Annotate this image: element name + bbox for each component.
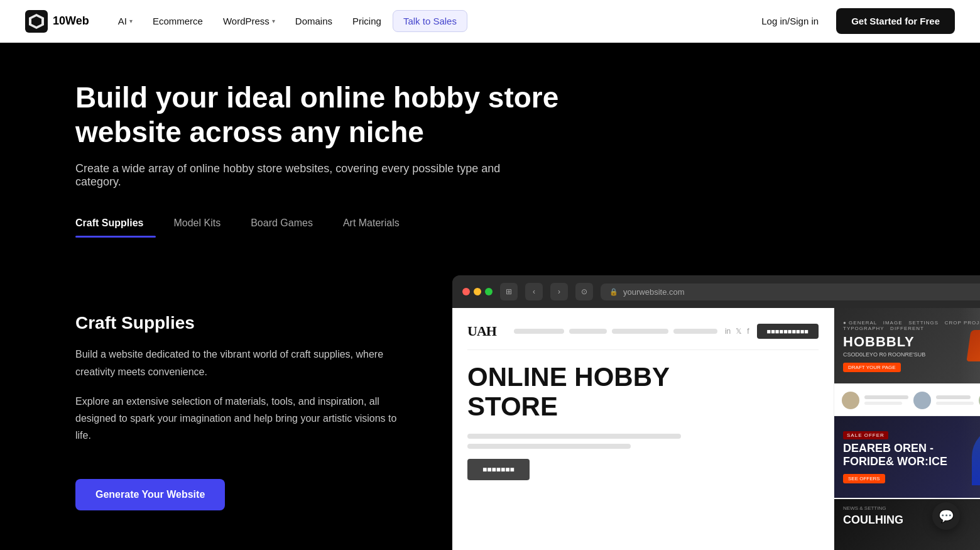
avatar-2: [913, 392, 931, 409]
preview-nav-lines: [514, 329, 717, 334]
preview-nav-cta: ■■■■■■■■■■: [757, 324, 819, 339]
deareb-badge: SALE OFFER: [843, 431, 888, 439]
maximize-dot: [485, 288, 493, 295]
section-desc-1: Build a website dedicated to the vibrant…: [75, 346, 402, 380]
preview-main: UAH in 𝕏 f: [452, 308, 834, 550]
user-sub-1: [864, 402, 902, 405]
facebook-icon: f: [747, 327, 749, 336]
minimize-dot: [474, 288, 481, 295]
tab-art-materials[interactable]: Art Materials: [343, 211, 412, 238]
shield-icon: ⊙: [575, 283, 593, 300]
nav-domains[interactable]: Domains: [286, 11, 341, 31]
get-started-button[interactable]: Get Started for Free: [836, 8, 955, 34]
preview-dark-cta: ■■■■■■■: [467, 459, 530, 480]
generate-button[interactable]: Generate Your Website: [75, 479, 225, 510]
hobbbly-nav-labels: ● GENERAL IMAGE SETTINGS CROP PROJECT TY…: [843, 320, 980, 331]
hobbbly-btn: DRAFT YOUR PAGE: [843, 363, 901, 372]
logo[interactable]: 10Web: [25, 10, 89, 33]
hero-line-2: [467, 444, 631, 449]
website-preview: UAH in 𝕏 f: [452, 308, 980, 550]
tab-board-games[interactable]: Board Games: [251, 211, 325, 238]
user-name-2: [936, 395, 971, 399]
preview-card-deareb: SALE OFFER DEAREB OREN -FORIDE& WOR:ICE …: [834, 416, 980, 498]
browser-toolbar: ⊞ ‹ › ⊙ 🔒 yourwebsite.com: [452, 275, 980, 308]
preview-hero-lines: [467, 434, 819, 449]
coulhing-title: COULHING: [843, 514, 980, 527]
browser-mockup: ⊞ ‹ › ⊙ 🔒 yourwebsite.com UAH: [452, 275, 980, 550]
user-info-1: [864, 395, 908, 405]
tab-model-kits[interactable]: Model Kits: [173, 211, 233, 238]
ai-chevron-icon: ▾: [129, 18, 133, 25]
nav-wordpress[interactable]: WordPress ▾: [214, 11, 284, 31]
user-name-1: [864, 395, 908, 399]
nav-pricing[interactable]: Pricing: [344, 11, 390, 31]
avatar-1: [842, 392, 859, 409]
nav-line-4: [673, 329, 717, 334]
preview-logo: UAH: [467, 323, 496, 339]
hero-title: Build your ideal online hobby store webs…: [75, 80, 641, 150]
logo-text: 10Web: [53, 14, 89, 28]
user-info-2: [936, 395, 974, 405]
nav-ai[interactable]: AI ▾: [109, 11, 141, 31]
right-column: ⊞ ‹ › ⊙ 🔒 yourwebsite.com UAH: [452, 275, 980, 550]
twitter-icon: 𝕏: [736, 327, 742, 336]
content-area: Craft Supplies Build a website dedicated…: [75, 275, 905, 550]
left-column: Craft Supplies Build a website dedicated…: [75, 275, 402, 510]
nav-line-1: [514, 329, 564, 334]
section-desc-2: Explore an extensive selection of materi…: [75, 393, 402, 444]
lock-icon: 🔒: [609, 288, 618, 296]
coulhing-tag: NEWS & SETTING: [843, 505, 980, 511]
main-nav: AI ▾ Ecommerce WordPress ▾ Domains Prici…: [109, 10, 754, 32]
preview-card-coulhing: NEWS & SETTING COULHING: [834, 499, 980, 550]
preview-social-links: in 𝕏 f: [725, 327, 749, 336]
forward-icon[interactable]: ›: [550, 283, 568, 300]
category-tabs: Craft Supplies Model Kits Board Games Ar…: [75, 211, 905, 238]
preview-user-row: [834, 385, 980, 416]
close-dot: [462, 288, 470, 295]
back-icon[interactable]: ‹: [525, 283, 543, 300]
nav-line-3: [612, 329, 668, 334]
preview-nav: UAH in 𝕏 f: [467, 323, 819, 350]
section-title: Craft Supplies: [75, 313, 402, 333]
preview-card-hobbbly: ● GENERAL IMAGE SETTINGS CROP PROJECT TY…: [834, 308, 980, 383]
sidebar-toggle-icon[interactable]: ⊞: [500, 283, 518, 300]
wordpress-chevron-icon: ▾: [272, 18, 275, 25]
hero-subtitle: Create a wide array of online hobby stor…: [75, 162, 515, 189]
tab-craft-supplies[interactable]: Craft Supplies: [75, 211, 156, 238]
hobbbly-title: HOBBBLY: [843, 334, 980, 350]
login-link[interactable]: Log in/Sign in: [754, 11, 826, 31]
hobbbly-subtitle: CSOD0LEYO R0 ROONRE'SUB: [843, 351, 980, 358]
address-text: yourwebsite.com: [623, 287, 685, 297]
preview-sidebar: ● GENERAL IMAGE SETTINGS CROP PROJECT TY…: [834, 308, 980, 550]
user-sub-2: [936, 402, 974, 405]
nav-line-2: [569, 329, 607, 334]
address-bar[interactable]: 🔒 yourwebsite.com: [601, 283, 980, 300]
header-right: Log in/Sign in Get Started for Free: [754, 8, 955, 34]
preview-hero-text: ONLINE HOBBY STORE: [467, 363, 819, 421]
deareb-title: DEAREB OREN -FORIDE& WOR:ICE: [843, 442, 980, 469]
hero-line-1: [467, 434, 681, 439]
deareb-btn: SEE OFFERS: [843, 474, 885, 483]
nav-talk-sales[interactable]: Talk to Sales: [393, 10, 467, 32]
nav-ecommerce[interactable]: Ecommerce: [144, 11, 212, 31]
linkedin-icon: in: [725, 327, 731, 336]
site-header: 10Web AI ▾ Ecommerce WordPress ▾ Domains…: [0, 0, 980, 43]
browser-traffic-lights: [462, 288, 493, 295]
main-content: Build your ideal online hobby store webs…: [0, 43, 980, 550]
